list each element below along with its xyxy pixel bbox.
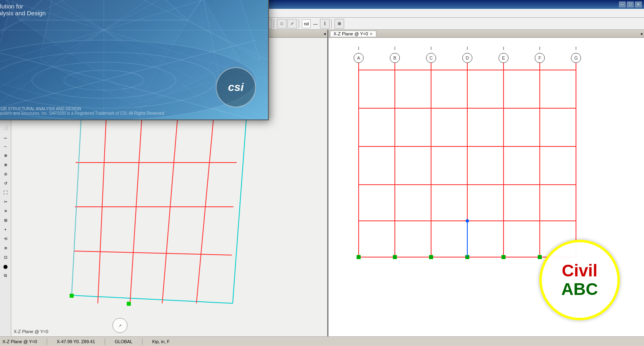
- minimize-button[interactable]: —: [619, 2, 625, 7]
- panel-3d-minimize[interactable]: ◂: [324, 31, 326, 36]
- svg-rect-56: [538, 255, 542, 259]
- window-controls: — □ ✕: [619, 2, 642, 7]
- svg-rect-52: [393, 255, 397, 259]
- svg-text:I: I: [539, 46, 540, 51]
- svg-text:A: A: [357, 56, 360, 60]
- panel-xz-header: X-Z Plane @ Y=0 ✕ ◂: [328, 30, 644, 38]
- svg-text:I: I: [358, 46, 359, 51]
- left-tool25[interactable]: ⊡: [1, 253, 10, 262]
- svg-text:I: I: [430, 46, 431, 51]
- splash-tagline: Integrated Solution for Structural Analy…: [0, 3, 244, 16]
- left-tool19[interactable]: ✂: [1, 197, 10, 206]
- sep8: [331, 19, 333, 29]
- left-tool11[interactable]: ⬜: [1, 123, 10, 132]
- status-units: Kip, in, F: [152, 339, 169, 344]
- svg-point-58: [466, 219, 469, 222]
- splash-csi-logo: csi: [216, 67, 256, 107]
- toolbar-select-box[interactable]: □: [277, 19, 287, 29]
- svg-line-3: [72, 295, 233, 303]
- panel-xz: X-Z Plane @ Y=0 ✕ ◂ I I I I I I: [328, 30, 644, 336]
- toolbar-field1[interactable]: nd: [302, 19, 311, 28]
- status-view-label: X-Z Plane @ Y=0: [2, 339, 37, 344]
- svg-text:I: I: [466, 46, 468, 51]
- left-tool21[interactable]: ⊞: [1, 216, 10, 224]
- status-bar: X-Z Plane @ Y=0 X-47.99 Y0. Z89.41 GLOBA…: [0, 336, 644, 346]
- splash-screen[interactable]: SAP®2000 Integrated Solution for Structu…: [0, 0, 269, 120]
- splash-content: SAP®2000 Integrated Solution for Structu…: [0, 0, 268, 119]
- svg-text:G: G: [574, 56, 578, 60]
- toolbar-check[interactable]: ✓: [287, 19, 297, 29]
- svg-text:B: B: [393, 56, 396, 60]
- left-tool27[interactable]: ⧉: [1, 271, 10, 280]
- left-tool20[interactable]: ✕: [1, 206, 10, 215]
- svg-text:↗: ↗: [118, 323, 122, 328]
- status-sep1: [47, 338, 47, 345]
- maximize-button[interactable]: □: [627, 2, 634, 7]
- svg-rect-13: [70, 294, 74, 298]
- left-tool15[interactable]: ⊗: [1, 160, 10, 169]
- abc-text: ABC: [561, 280, 598, 299]
- toolbar-field-sep: —: [312, 21, 319, 26]
- toolbar-I[interactable]: I: [320, 19, 330, 29]
- left-tool16[interactable]: ⊘: [1, 169, 10, 178]
- close-button[interactable]: ✕: [635, 2, 642, 7]
- tab-xz-label: X-Z Plane @ Y=0: [334, 31, 368, 36]
- status-sep3: [142, 338, 142, 345]
- svg-text:I: I: [575, 46, 576, 51]
- tab-xz-close[interactable]: ✕: [369, 32, 373, 36]
- csi-text: csi: [228, 81, 244, 94]
- sep7: [299, 19, 300, 29]
- toolbar-grid[interactable]: ⊞: [334, 19, 344, 29]
- status-global: GLOBAL: [115, 339, 132, 344]
- left-tool23[interactable]: ⟲: [1, 234, 10, 243]
- svg-text:E: E: [502, 56, 505, 60]
- left-tool24[interactable]: ≋: [1, 243, 10, 252]
- svg-rect-14: [127, 302, 131, 306]
- svg-rect-51: [357, 255, 361, 259]
- splash-logo-area: SAP®2000: [0, 0, 244, 0]
- panel-3d-status: X-Z Plane @ Y=0: [14, 329, 48, 334]
- left-rotate[interactable]: ↺: [1, 179, 10, 187]
- civil-text: Civil: [562, 262, 598, 280]
- left-tool22[interactable]: +: [1, 225, 10, 234]
- tab-xz-view[interactable]: X-Z Plane @ Y=0 ✕: [330, 31, 377, 37]
- sep6: [274, 19, 275, 29]
- left-tool18[interactable]: ⛶: [1, 188, 10, 197]
- panel-xz-minimize[interactable]: ◂: [640, 31, 642, 36]
- left-tool26[interactable]: ⬤: [1, 262, 10, 271]
- svg-text:I: I: [394, 46, 395, 51]
- splash-footer: INTEGRATED SOFTWARE FOR STRUCTURAL ANALY…: [0, 107, 268, 115]
- status-coords: X-47.99 Y0. Z89.41: [57, 339, 95, 344]
- left-dimension[interactable]: ↔: [1, 142, 10, 150]
- svg-text:D: D: [466, 56, 469, 60]
- left-tool12[interactable]: ⚊: [1, 132, 10, 141]
- logo-sap: SAP®2000: [0, 0, 127, 0]
- svg-rect-55: [502, 255, 506, 259]
- status-sep2: [105, 338, 105, 345]
- civil-abc-watermark: Civil ABC: [539, 240, 620, 320]
- left-tool14[interactable]: ⊕: [1, 151, 10, 160]
- svg-text:I: I: [503, 46, 504, 51]
- svg-rect-53: [429, 255, 433, 259]
- svg-line-7: [74, 251, 232, 255]
- svg-text:F: F: [538, 56, 541, 60]
- svg-text:C: C: [429, 56, 433, 60]
